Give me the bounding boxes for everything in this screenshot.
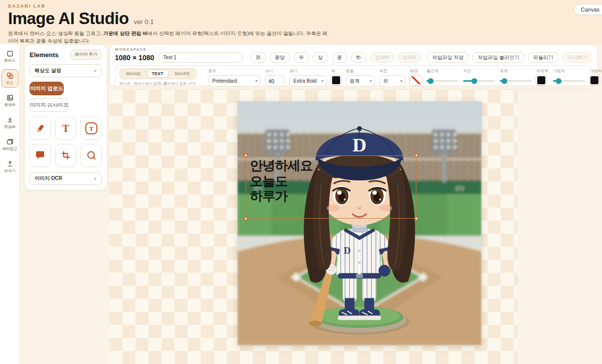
circle-tool[interactable] [80, 144, 102, 167]
sidebar-item-img-reference[interactable]: IMG참고 [2, 135, 19, 154]
resize-handle-bottom-right[interactable] [414, 217, 418, 221]
text-align-control: 정렬 왼쪽 ▾ [346, 68, 375, 87]
load-project-button[interactable]: 작업파일 불러오기 [473, 52, 524, 63]
brand-label: DAZABI LAB [8, 4, 594, 9]
tab-text[interactable]: TEXT [147, 70, 169, 78]
resize-handle-top-right[interactable] [414, 153, 418, 157]
generate-ai-icon [7, 94, 14, 101]
align-middle-button[interactable]: 중 [332, 52, 347, 63]
letter-spacing-control: 자간 [463, 68, 495, 87]
font-weight-select[interactable]: Extra Bold ▾ [289, 75, 327, 87]
redo-button: 다시하기 [562, 52, 592, 63]
app-description: 왼쪽에서 캔버스·요소·생성AI 등을 고르고, 가운데 상단 편집 바에서 선… [8, 30, 329, 45]
resolution-dropdown[interactable]: 해상도 설정 ∨ [30, 64, 102, 77]
text-icon: T [62, 122, 69, 135]
chevron-down-icon: ▾ [370, 79, 372, 83]
background-none-swatch[interactable] [410, 75, 422, 85]
gap-v-button: 간격V [398, 52, 421, 63]
resize-handle-bottom-left[interactable] [244, 217, 248, 221]
outline-control: 외곽 [500, 68, 532, 87]
tab-image[interactable]: IMAGE [121, 70, 146, 78]
svg-text:D: D [344, 245, 351, 256]
background-color-control: 배경 [410, 68, 422, 85]
canvas-icon [7, 50, 14, 57]
chevron-down-icon: ▾ [322, 79, 324, 83]
layer-name-input[interactable] [158, 52, 242, 63]
font-size-control: 크기 [265, 68, 285, 87]
shadow-color-control: 그림자색 [589, 68, 602, 85]
image-ocr-dropdown[interactable]: 이미지 OCR ∨ [30, 172, 102, 185]
text-align-select[interactable]: 왼쪽 ▾ [346, 75, 375, 87]
save-project-button[interactable]: 작업파일 저장 [427, 52, 469, 63]
edit-ai-icon [7, 116, 14, 123]
app: DAZABI LAB Image AI Studio ver 0.1 왼쪽에서 … [0, 0, 602, 364]
chevron-down-icon: ∨ [93, 176, 97, 181]
font-size-input[interactable] [265, 75, 285, 87]
text-layer-selection[interactable]: 안녕하세요 오늘도 하루가 [246, 155, 416, 219]
text-tool[interactable]: T [55, 117, 77, 140]
app-header: DAZABI LAB Image AI Studio ver 0.1 왼쪽에서 … [0, 0, 602, 44]
svg-text:372: 372 [455, 186, 464, 192]
line-spacing-slider[interactable] [426, 75, 459, 87]
letter-spacing-slider[interactable] [463, 75, 495, 87]
toolbar-hint: 텍스트 : 캔버스에서 입력, 툴바에서 폰트·서식 [119, 81, 204, 86]
align-right-button[interactable]: 우 [294, 52, 309, 63]
align-center-button[interactable]: 중앙 [270, 52, 290, 63]
align-bottom-button[interactable]: 하 [351, 52, 366, 63]
baseball-character-image[interactable]: 372 372 [237, 101, 482, 345]
canvas-checkerboard[interactable]: 372 372 [109, 90, 518, 364]
sidebar-item-export[interactable]: 보내기 [2, 157, 19, 176]
font-control: 폰트 Pretendard ▾ [208, 68, 260, 87]
text-color-swatch[interactable] [331, 75, 341, 85]
image-resize-button[interactable]: 이미지 리사이즈 [30, 98, 69, 112]
canvas-size-label: 1080 × 1080 [115, 54, 154, 62]
svg-text:D: D [352, 134, 366, 155]
align-top-button[interactable]: 상 [313, 52, 328, 63]
version-label: ver 0.1 [134, 18, 154, 26]
shadow-slider[interactable] [553, 75, 585, 87]
sidebar-item-canvas[interactable]: 캔버스 [2, 47, 19, 66]
add-layer-button[interactable]: 레이어 추가 [70, 50, 102, 60]
speech-bubble-tool[interactable] [30, 144, 51, 167]
outline-color-swatch[interactable] [536, 75, 546, 85]
shape-tool-grid: T T [30, 117, 102, 167]
text-layer-content[interactable]: 안녕하세요 오늘도 하루가 [250, 158, 313, 204]
chevron-down-icon: ▾ [400, 79, 402, 83]
canvas-stage[interactable]: 372 372 [237, 101, 482, 345]
shadow-color-swatch[interactable] [589, 75, 599, 85]
resize-handle-top-left[interactable] [244, 153, 248, 157]
gap-h-button: 간격H [370, 52, 394, 63]
boxed-text-tool[interactable]: T [80, 117, 102, 140]
elements-icon [7, 72, 14, 79]
sidebar-item-elements[interactable]: 요소 [2, 69, 19, 88]
crop-rect-tool[interactable] [55, 144, 77, 167]
image-upload-button[interactable]: 이미지 업로드 [30, 82, 64, 95]
text-toolbar: IMAGE TEXT SHAPE 텍스트 : 캔버스에서 입력, 툴바에서 폰트… [115, 65, 592, 90]
sidebar-item-generate-ai[interactable]: 생성AI [2, 91, 19, 110]
elements-panel: Elements 레이어 추가 해상도 설정 ∨ 이미지 업로드 이미지 리사이… [24, 44, 107, 191]
font-weight-control: 굵기 Extra Bold ▾ [289, 68, 327, 87]
export-icon [7, 160, 14, 167]
shadow-control: 그림자 [553, 68, 585, 87]
canvas-pill-button[interactable]: Canvas [574, 4, 602, 15]
font-select[interactable]: Pretendard ▾ [208, 75, 260, 87]
tab-shape[interactable]: SHAPE [170, 70, 195, 78]
undo-button[interactable]: 되돌리기 [528, 52, 558, 63]
workspace-card: WORKSPACE 1080 × 1080 좌 중앙 우 상 중 하 간격H 간… [109, 44, 598, 86]
outline-slider[interactable] [500, 75, 532, 87]
boxed-text-icon: T [85, 122, 98, 135]
vertical-align-select[interactable]: 위 ▾ [379, 75, 405, 87]
sidebar-item-edit-ai[interactable]: 편집AI [2, 113, 19, 132]
crop-rect-icon [61, 150, 71, 160]
align-left-button[interactable]: 좌 [251, 52, 266, 63]
text-color-control: 색 [331, 68, 341, 85]
elements-panel-title: Elements [30, 51, 59, 59]
page-title: Image AI Studio [8, 9, 129, 28]
left-nav-rail: 캔버스 요소 생성AI 편집AI IMG참고 보내기 [0, 44, 20, 364]
marker-pen-icon [35, 123, 45, 133]
circle-icon [86, 150, 96, 160]
line-spacing-control: 줄간격 [426, 68, 459, 87]
svg-text:T: T [89, 125, 93, 132]
marker-pen-tool[interactable] [30, 117, 51, 140]
img-reference-icon [7, 138, 14, 145]
